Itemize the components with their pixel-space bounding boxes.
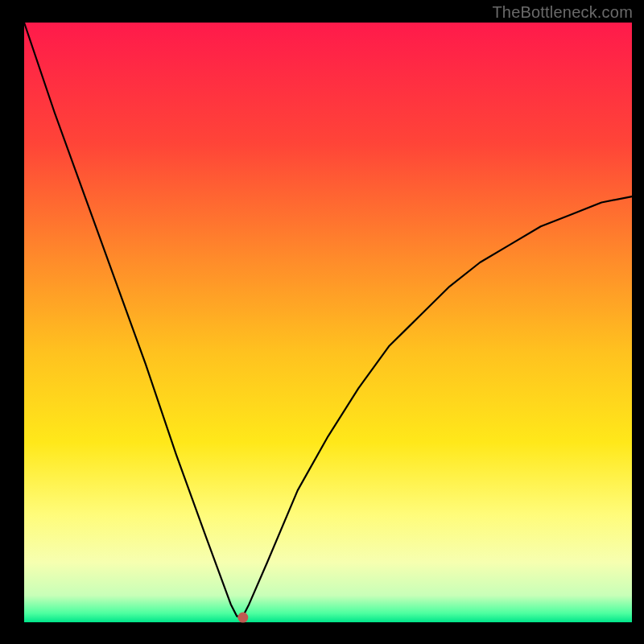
plot-background — [24, 23, 632, 622]
min-marker-dot — [237, 613, 248, 623]
watermark-text: TheBottleneck.com — [492, 3, 633, 22]
chart-container: TheBottleneck.com — [0, 0, 644, 644]
bottleneck-chart — [0, 0, 644, 644]
